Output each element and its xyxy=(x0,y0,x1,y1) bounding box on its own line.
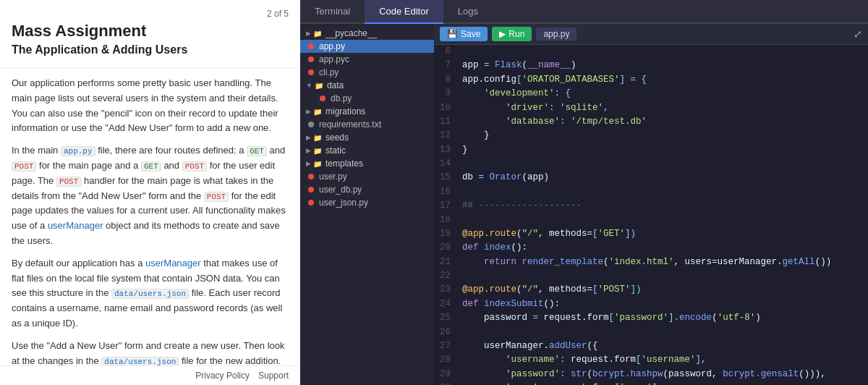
paragraph-p2: In the main app.py file, there are four … xyxy=(12,143,289,249)
token-var: ( xyxy=(522,60,528,70)
token-str: 'password' xyxy=(614,313,668,323)
save-button[interactable]: 💾 Save xyxy=(440,27,488,41)
token-str: 'index.html' xyxy=(609,257,674,267)
token-op: [ xyxy=(636,355,642,365)
code-line-18: 18 xyxy=(434,213,868,227)
tree-item-label: static xyxy=(326,145,346,156)
tree-item-cli_py[interactable]: cli.py xyxy=(300,66,434,79)
token-op: [ xyxy=(592,229,598,239)
token-op: : xyxy=(560,369,571,379)
line-number: 16 xyxy=(434,185,459,199)
line-number: 26 xyxy=(434,326,459,339)
token-var: (password, xyxy=(663,369,723,379)
tree-item-app_pyc[interactable]: app.pyc xyxy=(300,53,434,66)
tree-item-templates[interactable]: ▶📁templates xyxy=(300,157,434,170)
line-number: 30 xyxy=(434,381,459,385)
chevron-icon: ▶ xyxy=(306,134,311,141)
chevron-icon: ▶ xyxy=(306,160,311,167)
line-number: 10 xyxy=(434,101,459,115)
token-op: = xyxy=(533,313,544,323)
tree-item-user_db_py[interactable]: user_db.py xyxy=(300,183,434,196)
privacy-link[interactable]: Privacy Policy xyxy=(195,371,250,381)
left-header: 2 of 5 Mass Assignment The Application &… xyxy=(0,0,300,69)
inline-code: POST xyxy=(12,161,36,172)
tree-item-app_py[interactable]: app.py xyxy=(300,40,434,53)
line-content xyxy=(459,157,868,171)
inline-link[interactable]: userManager xyxy=(48,220,103,231)
page-subtitle: The Application & Adding Users xyxy=(12,43,289,56)
line-content xyxy=(459,326,868,339)
right-panel: Terminal Code Editor Logs ▶📁__pycache__a… xyxy=(300,0,868,385)
inline-code: app.py xyxy=(61,146,95,156)
token-var: } xyxy=(462,130,490,140)
token-var: request.form xyxy=(571,355,636,365)
run-icon: ▶ xyxy=(499,29,506,39)
save-label: Save xyxy=(461,29,480,39)
line-number: 6 xyxy=(434,45,459,59)
token-op: = xyxy=(479,172,490,182)
token-str: 'sqlite' xyxy=(560,103,603,113)
line-number: 12 xyxy=(434,129,459,143)
save-icon: 💾 xyxy=(447,29,458,39)
tree-item-data[interactable]: ▼📁data xyxy=(300,79,434,92)
line-content: ## ------------------- xyxy=(459,199,868,213)
tab-code-editor[interactable]: Code Editor xyxy=(365,0,443,24)
run-button[interactable]: ▶ Run xyxy=(492,27,532,41)
support-link[interactable]: Support xyxy=(258,371,289,381)
py-dot-icon xyxy=(320,96,326,101)
tree-item-seeds[interactable]: ▶📁seeds xyxy=(300,131,434,144)
expand-button[interactable]: ⤢ xyxy=(854,28,862,40)
token-str: 'username' xyxy=(642,355,696,365)
code-line-15: 15db = Orator(app) xyxy=(434,171,868,185)
token-kw: return xyxy=(462,257,522,267)
line-number: 11 xyxy=(434,115,459,129)
line-content: def indexSubmit(): xyxy=(459,297,868,311)
tab-bar: Terminal Code Editor Logs xyxy=(300,0,868,24)
code-line-8: 8app.config['ORATOR_DATABASES'] = { xyxy=(434,73,868,87)
token-op: ]) xyxy=(631,284,642,295)
line-content xyxy=(459,45,868,59)
tree-item-user_py[interactable]: user.py xyxy=(300,170,434,183)
line-number: 9 xyxy=(434,87,459,101)
pyc-dot-icon xyxy=(308,56,314,62)
code-line-30: 30 'name': request.form['name'], xyxy=(434,381,868,385)
token-fn: encode xyxy=(679,313,712,323)
token-kw: def xyxy=(462,242,484,253)
line-number: 29 xyxy=(434,368,459,381)
token-var: userManager. xyxy=(462,341,549,351)
line-content: def index(): xyxy=(459,241,868,255)
tree-item-user_json_py[interactable]: user_json.py xyxy=(300,196,434,209)
paragraph-p3: By default our application has a userMan… xyxy=(12,256,289,331)
line-number: 20 xyxy=(434,241,459,255)
token-op: ]. xyxy=(668,313,679,323)
folder-icon: 📁 xyxy=(312,145,323,156)
token-str: 'development' xyxy=(462,88,555,98)
py-dot-icon xyxy=(308,200,314,206)
token-var: (): xyxy=(544,299,561,309)
code-line-23: 23@app.route("/", methods=['POST']) xyxy=(434,283,868,297)
tree-item-requirements_txt[interactable]: requirements.txt xyxy=(300,118,434,131)
tree-item-migrations[interactable]: ▶📁migrations xyxy=(300,105,434,118)
token-fn: render_template xyxy=(522,257,604,267)
tree-item-__pycache__[interactable]: ▶📁__pycache__ xyxy=(300,27,434,40)
token-str: 'database' xyxy=(462,117,560,127)
token-fn: Flask xyxy=(495,60,522,70)
tree-item-static[interactable]: ▶📁static xyxy=(300,144,434,157)
token-str: 'ORATOR_DATABASES' xyxy=(522,75,620,85)
line-number: 22 xyxy=(434,269,459,283)
tree-item-db_py[interactable]: db.py xyxy=(300,92,434,105)
line-number: 27 xyxy=(434,339,459,353)
line-number: 21 xyxy=(434,255,459,269)
code-scroll[interactable]: 6 7app = Flask(__name__)8app.config['ORA… xyxy=(434,45,868,385)
file-tree: ▶📁__pycache__app.pyapp.pyccli.py▼📁datadb… xyxy=(300,24,434,385)
inline-link[interactable]: userManager xyxy=(145,258,201,268)
line-content xyxy=(459,185,868,199)
token-str: 'driver' xyxy=(462,103,549,113)
tab-logs[interactable]: Logs xyxy=(443,0,493,22)
code-line-28: 28 'username': request.form['username'], xyxy=(434,353,868,367)
inline-code: POST xyxy=(56,177,81,187)
code-line-27: 27 userManager.addUser({ xyxy=(434,339,868,353)
tab-terminal[interactable]: Terminal xyxy=(300,0,365,22)
folder-icon: 📁 xyxy=(312,158,323,169)
paragraph-p1: Our application performs some pretty bas… xyxy=(12,76,289,136)
